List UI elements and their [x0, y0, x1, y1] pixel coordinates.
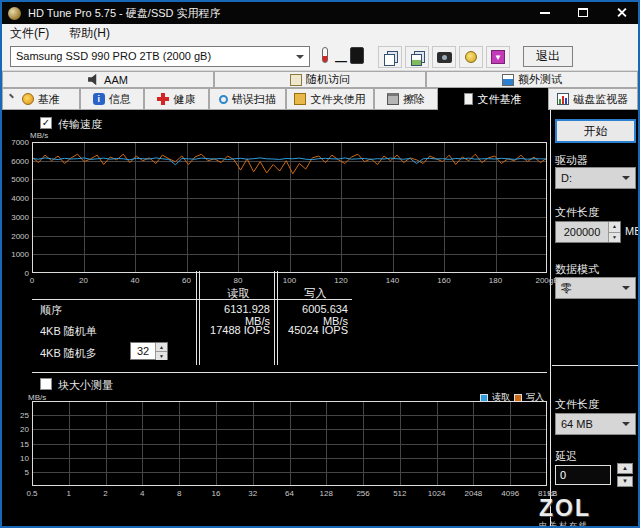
file-length-stepper[interactable]: 200000 ▲▼ [555, 221, 621, 243]
x-tick-label: 16 [211, 489, 220, 498]
x-tick-label: 60 [182, 276, 191, 285]
stepper-arrows[interactable]: ▲▼ [155, 343, 167, 359]
tab-label: 错误扫描 [232, 92, 276, 107]
copy-text-icon [384, 51, 397, 64]
y-tick-label: 0 [5, 269, 29, 278]
x-tick-label: 4096 [501, 489, 519, 498]
x-tick-label: 0 [30, 276, 34, 285]
tab-error-scan[interactable]: 错误扫描 [209, 88, 287, 110]
stats-separator-line [199, 271, 200, 365]
data-pattern-label: 数据模式 [555, 262, 599, 277]
copy-image-button[interactable] [405, 46, 429, 68]
x-tick-label: 2048 [465, 489, 483, 498]
tab-label: 随机访问 [306, 72, 350, 87]
save-icon [491, 50, 505, 64]
disk-monitor-icon [557, 93, 569, 105]
watermark-logo: ZOL [539, 495, 591, 522]
block-file-length-select[interactable]: 64 MB [555, 413, 636, 435]
drive-label: 驱动器 [555, 153, 588, 168]
chevron-down-icon [296, 55, 304, 63]
block-size-chart [32, 401, 547, 486]
block-size-checkbox[interactable] [40, 378, 52, 390]
arrow-up-icon[interactable]: ▲ [617, 463, 633, 474]
exit-button[interactable]: 退出 [523, 46, 573, 67]
app-window: HD Tune Pro 5.75 - 硬盘/SSD 实用程序 文件(F) 帮助(… [0, 0, 640, 528]
x-tick-label: 32 [248, 489, 257, 498]
arrow-down-icon[interactable]: ▼ [609, 233, 620, 243]
folder-usage-icon [294, 93, 306, 105]
tab-file-benchmark[interactable]: 文件基准 [438, 88, 547, 110]
arrow-up-icon[interactable]: ▲ [156, 343, 167, 352]
error-scan-icon [219, 95, 228, 104]
delay-input[interactable]: 0 [555, 465, 611, 485]
benchmark-icon [22, 93, 34, 105]
maximize-button[interactable] [570, 4, 596, 21]
arrow-down-icon[interactable]: ▼ [617, 476, 633, 487]
x-tick-label: 180 [489, 276, 502, 285]
x-tick-label: 512 [393, 489, 406, 498]
x-tick-label: 40 [131, 276, 140, 285]
aam-icon [88, 74, 100, 86]
block-file-length-label: 文件长度 [555, 397, 599, 412]
x-tick-label: 160 [437, 276, 450, 285]
arrow-down-icon[interactable]: ▼ [156, 352, 167, 360]
copy-text-button[interactable] [378, 46, 402, 68]
minimize-button[interactable] [532, 4, 558, 21]
tab-folder-usage[interactable]: 文件夹使用 [286, 88, 373, 110]
drive-select[interactable]: Samsung SSD 990 PRO 2TB (2000 gB) [10, 46, 310, 67]
stats-divider [32, 299, 352, 300]
chevron-down-icon [622, 286, 630, 294]
y-tick-label: 20 [5, 425, 29, 434]
y-tick-label: 6000 [5, 157, 29, 166]
x-tick-label: 140 [386, 276, 399, 285]
tab-label: 额外测试 [518, 72, 562, 87]
save-button[interactable] [486, 46, 510, 68]
chevron-down-icon [622, 422, 630, 430]
health-icon [157, 93, 169, 105]
panel-separator [550, 110, 551, 526]
tab-label: 文件基准 [477, 92, 521, 107]
folder-button[interactable] [459, 46, 483, 68]
x-tick-label: 1024 [428, 489, 446, 498]
tab-aam[interactable]: AAM [2, 71, 214, 88]
stat-row-label: 4KB 随机多 [40, 346, 97, 361]
tab-health[interactable]: 健康 [144, 88, 209, 110]
chevron-down-icon [622, 176, 630, 184]
folder-icon [465, 51, 477, 63]
tab-label: 健康 [173, 92, 195, 107]
menu-file[interactable]: 文件(F) [10, 25, 49, 42]
tab-disk-monitor[interactable]: 磁盘监视器 [548, 88, 638, 110]
data-pattern-value: 零 [561, 282, 572, 294]
app-icon [8, 7, 21, 20]
screenshot-button[interactable] [432, 46, 456, 68]
target-drive-select[interactable]: D: [555, 167, 636, 189]
y-tick-label: 10 [5, 454, 29, 463]
drive-select-value: Samsung SSD 990 PRO 2TB (2000 gB) [16, 50, 211, 62]
y-tick-label: 25 [5, 411, 29, 420]
menu-help[interactable]: 帮助(H) [69, 25, 110, 42]
close-button[interactable] [608, 4, 634, 21]
tab-label: AAM [104, 74, 128, 86]
toolbar: Samsung SSD 990 PRO 2TB (2000 gB) — 退出 [2, 43, 638, 71]
data-pattern-select[interactable]: 零 [555, 277, 636, 299]
tab-extra-tests[interactable]: 额外测试 [426, 71, 638, 88]
start-button[interactable]: 开始 [555, 119, 636, 143]
screenshot-icon [437, 52, 452, 63]
watermark-caption: 中关村在线 [539, 520, 589, 528]
tab-info[interactable]: 信息 [80, 88, 145, 110]
tab-random-access[interactable]: 随机访问 [214, 71, 426, 88]
x-tick-label: 1 [67, 489, 71, 498]
tab-benchmark[interactable]: 基准 [2, 88, 80, 110]
tab-erase[interactable]: 擦除 [374, 88, 439, 110]
queue-depth-stepper[interactable]: 32 ▲▼ [130, 342, 168, 360]
stepper-arrows[interactable]: ▲▼ [608, 222, 620, 242]
transfer-speed-chart [32, 142, 547, 273]
transfer-speed-checkbox[interactable]: ✓ [40, 117, 52, 129]
x-tick-label: 100 [283, 276, 296, 285]
file-length-label: 文件长度 [555, 205, 599, 220]
tab-label: 磁盘监视器 [573, 92, 628, 107]
delay-stepper[interactable]: ▲ ▼ [617, 463, 633, 487]
stats-separator-line [196, 271, 197, 365]
arrow-up-icon[interactable]: ▲ [609, 222, 620, 233]
tab-label: 文件夹使用 [310, 92, 365, 107]
